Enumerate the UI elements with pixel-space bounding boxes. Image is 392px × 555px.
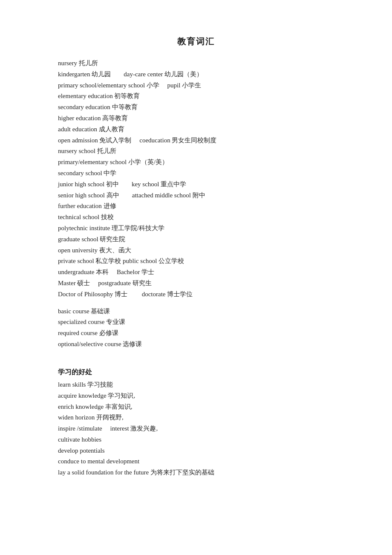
vocab-line-11: secondary school 中学 [58,168,334,179]
benefit-line-1: learn skills 学习技能 [58,379,334,390]
vocab-line-7: adult education 成人教育 [58,124,334,135]
vocab-line-6: higher education 高等教育 [58,113,334,124]
vocab-line-17: graduate school 研究生院 [58,234,334,245]
course-line-1: basic course 基础课 [58,306,334,317]
benefit-line-6: cultivate hobbies [58,434,334,445]
main-content: nursery 托儿所kindergarten 幼儿园 day-care cen… [58,58,334,478]
course-line-4: optional/selective course 选修课 [58,339,334,350]
gap-2 [58,350,334,356]
vocab-line-4: elementary education 初等教育 [58,91,334,102]
course-line-3: required course 必修课 [58,328,334,339]
vocab-line-22: Doctor of Philosophy 博士 doctorate 博士学位 [58,289,334,300]
vocab-line-20: undergraduate 本科 Bachelor 学士 [58,267,334,278]
vocab-line-10: primary/elementary school 小学（英/美） [58,157,334,168]
vocab-line-12: junior high school 初中 key school 重点中学 [58,179,334,190]
benefit-line-4: widen horizon 开阔视野, [58,412,334,423]
benefit-line-8: conduce to mental development [58,456,334,467]
vocab-line-14: further education 进修 [58,201,334,212]
vocab-line-9: nursery school 托儿所 [58,146,334,157]
vocab-line-18: open university 夜大、函大 [58,245,334,256]
benefit-line-7: develop potentials [58,445,334,457]
gap-1 [58,300,334,306]
vocab-line-3: primary school/elementary school 小学 pupi… [58,80,334,91]
vocab-line-2: kindergarten 幼儿园 day-care center 幼儿园（美） [58,69,334,80]
vocabulary-section-3: learn skills 学习技能acquire knowledge 学习知识,… [58,379,334,478]
benefit-line-9: lay a solid foundation for the future 为将… [58,467,334,478]
page-title: 教育词汇 [58,34,334,49]
vocab-line-1: nursery 托儿所 [58,58,334,69]
benefit-line-5: inspire /stimulate interest 激发兴趣, [58,423,334,434]
section-2-title: 学习的好处 [58,366,334,378]
vocab-line-19: private school 私立学校 public school 公立学校 [58,256,334,267]
vocab-line-21: Master 硕士 postgraduate 研究生 [58,278,334,289]
vocab-line-5: secondary education 中等教育 [58,102,334,113]
vocab-line-8: open admission 免试入学制 coeducation 男女生同校制度 [58,135,334,146]
vocab-line-16: polytechnic institute 理工学院/科技大学 [58,223,334,234]
vocabulary-section-2: basic course 基础课specialized course 专业课re… [58,306,334,350]
course-line-2: specialized course 专业课 [58,317,334,328]
benefit-line-3: enrich knowledge 丰富知识, [58,402,334,413]
benefit-line-2: acquire knowledge 学习知识, [58,390,334,402]
vocabulary-section-1: nursery 托儿所kindergarten 幼儿园 day-care cen… [58,58,334,300]
vocab-line-15: technical school 技校 [58,212,334,223]
vocab-line-13: senior high school 高中 attached middle sc… [58,190,334,201]
